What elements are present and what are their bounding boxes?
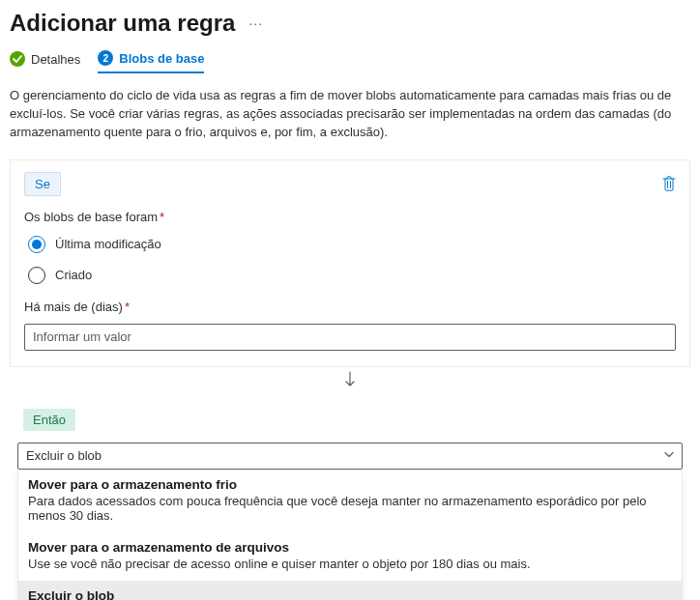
- days-input[interactable]: [24, 324, 676, 351]
- option-delete-blob[interactable]: Excluir o blob Exclui o objeto de acordo…: [18, 581, 682, 600]
- page-title: Adicionar uma regra: [10, 10, 235, 37]
- wizard-tabs: Detalhes 2 Blobs de base: [10, 50, 690, 73]
- radio-created[interactable]: Criado: [28, 267, 672, 284]
- option-title: Excluir o blob: [28, 588, 672, 600]
- step-number-icon: 2: [98, 50, 113, 66]
- arrow-down-icon: [10, 367, 690, 397]
- page-description: O gerenciamento do ciclo de vida usa as …: [10, 87, 686, 142]
- if-badge: Se: [24, 172, 61, 196]
- option-move-cool[interactable]: Mover para o armazenamento frio Para dad…: [18, 470, 682, 532]
- option-desc: Para dados acessados com pouca frequênci…: [28, 494, 672, 523]
- option-title: Mover para o armazenamento de arquivos: [28, 540, 672, 555]
- more-actions-button[interactable]: ···: [248, 16, 263, 30]
- radio-last-modified-label: Última modificação: [55, 237, 161, 251]
- option-move-archive[interactable]: Mover para o armazenamento de arquivos U…: [18, 532, 682, 581]
- option-desc: Use se você não precisar de acesso onlin…: [28, 557, 672, 571]
- delete-icon[interactable]: [662, 176, 676, 191]
- tab-base-blobs-label: Blobs de base: [119, 51, 204, 66]
- radio-unselected-icon: [28, 267, 45, 284]
- action-dropdown: Mover para o armazenamento frio Para dad…: [17, 470, 683, 600]
- action-select-value: Excluir o blob: [26, 448, 102, 463]
- base-blobs-radio-group: Última modificação Criado: [24, 234, 676, 296]
- tab-details[interactable]: Detalhes: [10, 51, 80, 72]
- radio-last-modified[interactable]: Última modificação: [28, 236, 672, 253]
- then-badge: Então: [23, 409, 75, 431]
- radio-created-label: Criado: [55, 268, 92, 282]
- days-label: Há mais de (dias)*: [24, 300, 676, 314]
- option-title: Mover para o armazenamento frio: [28, 477, 672, 492]
- radio-selected-icon: [28, 236, 45, 253]
- tab-details-label: Detalhes: [31, 52, 80, 67]
- if-condition-card: Se Os blobs de base foram* Última modifi…: [10, 159, 690, 367]
- action-select[interactable]: Excluir o blob: [17, 443, 683, 470]
- then-action-card: Então Excluir o blob Mover para o armaze…: [10, 397, 690, 600]
- tab-base-blobs[interactable]: 2 Blobs de base: [98, 50, 204, 73]
- check-icon: [10, 51, 25, 67]
- base-blobs-label: Os blobs de base foram*: [24, 210, 676, 224]
